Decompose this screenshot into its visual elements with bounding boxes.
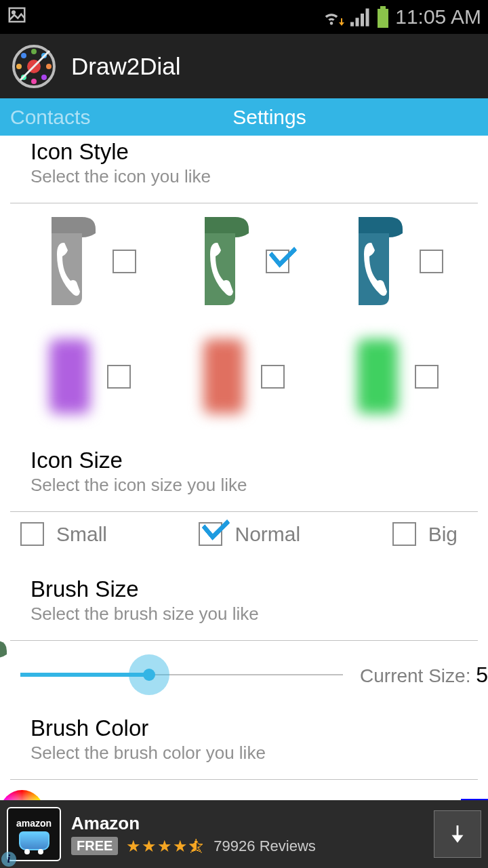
section-icon-style: Icon Style Select the icon you like bbox=[0, 136, 488, 203]
app-logo-icon bbox=[10, 43, 58, 90]
ad-badge: FREE bbox=[71, 837, 118, 855]
brush-size-row: Current Size: 5 bbox=[0, 641, 488, 702]
section-brush-color: Brush Color Select the brush color you l… bbox=[0, 702, 488, 779]
checkbox[interactable] bbox=[266, 250, 289, 273]
phone-icon bbox=[198, 217, 249, 305]
svg-point-1 bbox=[12, 11, 15, 14]
brush-color-title: Brush Color bbox=[30, 715, 458, 741]
phone-icon bbox=[352, 217, 403, 305]
brush-size-current-value: 5 bbox=[476, 663, 488, 687]
icon-style-option[interactable] bbox=[174, 329, 314, 424]
tab-settings[interactable]: Settings bbox=[176, 106, 488, 129]
brush-size-current-label: Current Size: bbox=[360, 665, 470, 686]
icon-size-title: Icon Size bbox=[30, 448, 458, 473]
ad-title: Amazon bbox=[71, 813, 424, 834]
icon-style-grid bbox=[0, 203, 488, 444]
svg-rect-3 bbox=[378, 9, 388, 28]
checkbox[interactable] bbox=[415, 365, 439, 389]
icon-size-option[interactable]: Normal bbox=[199, 522, 300, 546]
svg-point-10 bbox=[31, 79, 37, 84]
icon-size-sub: Select the icon size you like bbox=[30, 475, 458, 496]
svg-point-9 bbox=[41, 75, 47, 80]
blur-swatch-icon bbox=[203, 339, 244, 414]
icon-size-label: Normal bbox=[235, 523, 300, 546]
icon-style-title: Icon Style bbox=[30, 139, 458, 165]
checkbox[interactable] bbox=[392, 522, 416, 546]
ad-reviews: 79926 Reviews bbox=[214, 837, 315, 855]
icon-size-option[interactable]: Small bbox=[20, 522, 107, 546]
brush-color-sub: Select the brush color you like bbox=[30, 743, 458, 764]
brush-size-slider[interactable] bbox=[20, 654, 343, 695]
checkbox[interactable] bbox=[20, 522, 44, 546]
icon-style-sub: Select the icon you like bbox=[30, 166, 458, 187]
app-title: Draw2Dial bbox=[71, 53, 180, 80]
app-bar: Draw2Dial bbox=[0, 34, 488, 98]
phone-icon bbox=[45, 217, 96, 305]
icon-size-option[interactable]: Big bbox=[392, 522, 458, 546]
ad-banner[interactable]: amazon Amazon FREE ★★★★⯪ 79926 Reviews i bbox=[0, 800, 488, 868]
icon-style-option[interactable] bbox=[20, 329, 161, 424]
tab-contacts[interactable]: Contacts bbox=[0, 106, 176, 129]
amazon-app-icon: amazon bbox=[7, 807, 61, 861]
blur-swatch-icon bbox=[49, 339, 90, 414]
ad-info-icon[interactable]: i bbox=[1, 852, 16, 867]
icon-size-label: Small bbox=[56, 523, 107, 546]
status-time: 11:05 AM bbox=[395, 5, 481, 28]
section-brush-size: Brush Size Select the brush size you lik… bbox=[0, 573, 488, 640]
cart-icon bbox=[19, 831, 49, 850]
svg-rect-2 bbox=[380, 6, 386, 9]
svg-point-8 bbox=[46, 64, 52, 69]
ad-text: Amazon FREE ★★★★⯪ 79926 Reviews bbox=[71, 813, 424, 856]
icon-style-option[interactable] bbox=[327, 214, 468, 309]
star-rating-icon: ★★★★⯪ bbox=[126, 837, 205, 856]
tab-bar: Contacts Settings bbox=[0, 98, 488, 136]
icon-style-option[interactable] bbox=[327, 329, 468, 424]
brush-size-sub: Select the brush size you like bbox=[30, 604, 458, 625]
settings-content: Icon Style Select the icon you like Icon… bbox=[0, 136, 488, 837]
blur-swatch-icon bbox=[357, 339, 398, 414]
icon-style-option[interactable] bbox=[174, 214, 314, 309]
status-left bbox=[7, 5, 27, 30]
battery-icon bbox=[376, 6, 390, 28]
checkbox[interactable] bbox=[261, 365, 285, 389]
checkbox[interactable] bbox=[107, 365, 131, 389]
checkbox[interactable] bbox=[113, 250, 136, 273]
icon-size-row: SmallNormalBig bbox=[0, 512, 488, 573]
checkbox[interactable] bbox=[199, 522, 222, 546]
status-bar: 11:05 AM bbox=[0, 0, 488, 34]
phone-preview-icon bbox=[0, 641, 7, 722]
icon-style-option[interactable] bbox=[20, 214, 161, 309]
status-right: 11:05 AM bbox=[322, 5, 481, 28]
icon-size-label: Big bbox=[428, 523, 458, 546]
gallery-icon bbox=[7, 5, 27, 25]
download-icon bbox=[446, 823, 469, 846]
checkbox[interactable] bbox=[420, 250, 443, 273]
svg-point-13 bbox=[21, 53, 26, 58]
signal-icon bbox=[350, 7, 371, 26]
brush-size-current: Current Size: 5 bbox=[360, 663, 488, 688]
svg-point-6 bbox=[31, 49, 37, 54]
section-icon-size: Icon Size Select the icon size you like bbox=[0, 444, 488, 511]
ad-brand: amazon bbox=[16, 818, 52, 829]
svg-point-12 bbox=[16, 64, 22, 69]
download-button[interactable] bbox=[434, 810, 481, 858]
wifi-icon bbox=[322, 7, 345, 26]
brush-size-title: Brush Size bbox=[30, 576, 458, 602]
